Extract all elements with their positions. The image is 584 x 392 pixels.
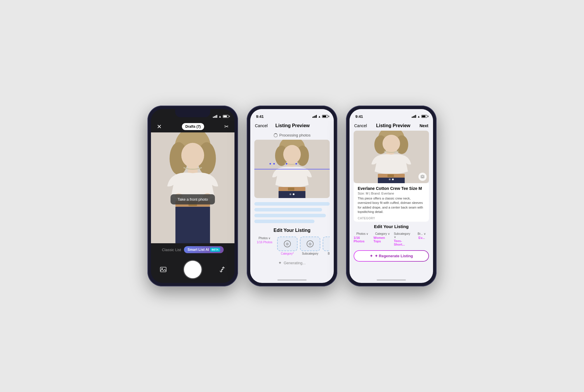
battery-icon	[223, 115, 229, 118]
phone3: 9:41 ▲	[346, 106, 437, 286]
model-photo	[151, 132, 234, 243]
battery-icon-2	[322, 115, 328, 118]
gallery-icon	[160, 266, 167, 273]
camera-viewfinder: Take a front photo	[151, 132, 234, 243]
status-icons-3: ▲	[412, 115, 427, 118]
listing-tabs-2: Photos ∨ 1/16 Photos ⊕ Category*	[254, 237, 330, 256]
regenerate-listing-button[interactable]: ✦ ✦ Regenerate Listing	[354, 250, 429, 262]
brand-tab-result[interactable]: Br... ∨ Ev...	[414, 232, 429, 246]
signal-bars-icon	[213, 115, 217, 118]
regenerate-sparkle-icon: ✦	[370, 254, 373, 258]
scissors-button[interactable]: ✂	[224, 123, 229, 130]
close-button[interactable]: ✕	[157, 123, 162, 130]
beta-badge: BETA	[210, 248, 220, 252]
phone1: 9:41 ▲	[147, 106, 238, 286]
camera-edit-icon	[420, 175, 425, 179]
edit-listing-header-3: Edit Your Listing	[350, 222, 433, 230]
listing-description: This piece offers a classic crew neck, o…	[358, 196, 425, 214]
result-listing-tabs: Photos ∨ 1/16 Photos Category ∨ Women To…	[350, 230, 433, 248]
listing-title: Everlane Cotton Crew Tee Size M	[358, 186, 425, 191]
scan-dots	[270, 163, 297, 164]
phone2-screen: 9:41 ▲	[250, 109, 334, 283]
wifi-icon: ▲	[218, 115, 222, 118]
processing-spinner-icon	[274, 133, 278, 137]
take-photo-prompt: Take a front photo	[171, 194, 215, 204]
image-carousel-dots	[290, 193, 295, 195]
phone2-notch	[274, 109, 310, 117]
svg-point-4	[181, 143, 204, 168]
status-icons: ▲	[213, 115, 229, 118]
svg-point-31	[422, 176, 423, 178]
loading-content-area	[250, 198, 334, 225]
gallery-button[interactable]	[159, 265, 167, 274]
loading-line-4	[254, 220, 314, 223]
processing-text: Processing photos	[279, 133, 311, 137]
phone2-nav-bar: Cancel Listing Preview	[250, 121, 334, 131]
cancel-button-3[interactable]: Cancel	[354, 123, 367, 128]
subcategory-tab[interactable]: ⊕ Subcategory	[300, 237, 320, 255]
phone3-nav-bar: Cancel Listing Preview Next	[350, 121, 433, 131]
cancel-button-2[interactable]: Cancel	[255, 123, 268, 128]
loading-line-2	[254, 208, 322, 211]
classic-list-mode[interactable]: Classic List	[162, 248, 181, 252]
listing-info-panel: Everlane Cotton Crew Tee Size M Size: M …	[354, 183, 429, 222]
shutter-button[interactable]	[184, 261, 201, 278]
brand-tab[interactable]: B...	[323, 237, 330, 255]
time-display: 9:41	[256, 114, 264, 119]
loading-line-1	[254, 202, 330, 206]
subcategory-tab-result[interactable]: Subcategory ∨ Tees- Short...	[394, 232, 412, 246]
flip-camera-icon	[219, 266, 226, 273]
loading-line-3	[254, 214, 326, 217]
svg-rect-11	[160, 267, 166, 272]
status-icons-2: ▲	[312, 115, 328, 118]
photos-tab[interactable]: Photos ∨ 1/16 Photos	[254, 237, 275, 255]
photos-tab-result[interactable]: Photos ∨ 1/16 Photos	[354, 232, 371, 246]
listing-preview-title-3: Listing Preview	[376, 123, 410, 128]
category-section-label: CATEGORY	[358, 217, 425, 220]
phone1-screen: 9:41 ▲	[151, 109, 234, 283]
listing-preview-title-2: Listing Preview	[275, 123, 310, 128]
battery-icon-3	[421, 115, 427, 118]
generating-text: Generating...	[284, 261, 305, 265]
result-carousel-dots	[389, 178, 394, 180]
listing-image-processing	[254, 140, 330, 198]
phones-container: 9:41 ▲	[147, 106, 437, 286]
category-tab[interactable]: ⊕ Category*	[277, 237, 298, 255]
drafts-badge[interactable]: Drafts (7)	[182, 123, 204, 130]
edit-listing-section-2: Edit Your Listing Photos ∨ 1/16 Photos ⊕	[250, 225, 334, 258]
smart-list-mode[interactable]: Smart List AI BETA	[184, 246, 223, 253]
edit-listing-title-2: Edit Your Listing	[254, 228, 330, 233]
category-tab-result[interactable]: Category ∨ Women Tops	[373, 232, 392, 246]
wifi-icon-3: ▲	[417, 115, 420, 118]
camera-mode-bar: Classic List Smart List AI BETA	[151, 243, 234, 256]
result-photo	[354, 131, 429, 183]
sparkle-icon: ✦	[278, 260, 282, 265]
edit-listing-title-3: Edit Your Listing	[374, 224, 409, 229]
phone3-notch	[374, 109, 409, 117]
camera-bottom-bar	[151, 256, 234, 283]
regenerate-label: ✦ Regenerate Listing	[375, 254, 413, 258]
wifi-icon-2: ▲	[318, 115, 321, 118]
category-add-icon: ⊕	[284, 240, 291, 247]
generating-indicator: ✦ Generating...	[254, 260, 330, 265]
signal-bars-icon-2	[312, 115, 317, 118]
phone3-screen: 9:41 ▲	[350, 109, 433, 283]
svg-point-17	[283, 145, 301, 164]
edit-photo-button[interactable]	[418, 173, 427, 181]
listing-meta: Size: M | Brand: Everlane	[358, 192, 425, 195]
svg-rect-20	[288, 188, 294, 190]
phone2: 9:41 ▲	[247, 106, 337, 286]
next-button[interactable]: Next	[420, 123, 428, 128]
svg-rect-29	[387, 174, 394, 177]
camera-top-bar: ✕ Drafts (7) ✂	[151, 121, 234, 132]
flip-camera-button[interactable]	[218, 265, 226, 274]
subcategory-add-icon: ⊕	[307, 240, 314, 247]
svg-rect-8	[175, 207, 210, 243]
phone1-notch	[175, 109, 210, 117]
time-display-3: 9:41	[355, 114, 363, 119]
signal-bars-icon-3	[412, 115, 416, 118]
home-indicator-2	[277, 279, 307, 281]
result-listing-image	[354, 131, 429, 183]
scan-line	[254, 169, 330, 169]
processing-indicator: Processing photos	[250, 131, 334, 140]
